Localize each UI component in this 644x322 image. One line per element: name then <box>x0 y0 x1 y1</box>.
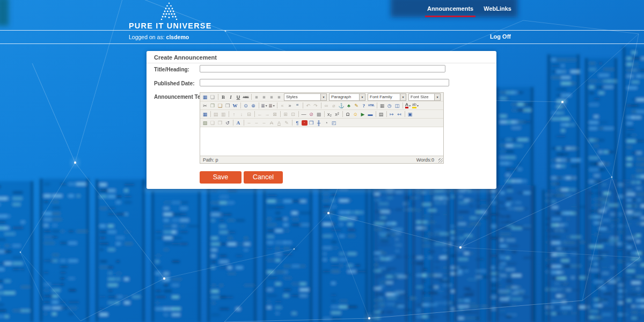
table-row-properties-icon[interactable]: ▤ <box>213 111 219 118</box>
page-break-icon[interactable]: ╫ <box>316 119 323 126</box>
print-icon[interactable]: ▤ <box>378 111 385 118</box>
paste-as-text-icon[interactable]: ❒ <box>224 102 231 109</box>
resize-handle[interactable] <box>438 158 443 163</box>
split-cells-icon[interactable]: ⊞ <box>282 111 289 118</box>
font-family-select[interactable]: Font Family▾ <box>368 93 406 101</box>
copy-icon[interactable]: ❐ <box>209 102 216 109</box>
attributes-icon[interactable]: ✎ <box>283 119 290 126</box>
style-properties-icon[interactable]: A <box>235 119 242 126</box>
merge-cells-icon[interactable]: ⊡ <box>290 111 297 118</box>
save-button[interactable]: Save <box>200 171 241 184</box>
emoticons-icon[interactable]: ☺ <box>352 111 359 118</box>
subscript-icon[interactable]: x₂ <box>326 111 333 118</box>
find-icon[interactable]: ⊙ <box>243 102 250 109</box>
right-to-left-icon[interactable]: ↤ <box>396 111 403 118</box>
strikethrough-icon[interactable]: ABC <box>243 93 250 100</box>
deletion-icon[interactable]: A <box>268 119 275 126</box>
align-center-icon[interactable]: ≡ <box>261 93 268 100</box>
font-size-select[interactable]: Font Size▾ <box>408 93 441 101</box>
restore-draft-icon[interactable]: ◔ <box>323 119 330 126</box>
toolbar-separator <box>240 103 241 108</box>
unlink-icon[interactable]: ⌀ <box>331 102 338 109</box>
nonbreaking-space-icon[interactable]: · <box>302 120 308 126</box>
panel-title: Create Announcement <box>147 51 496 63</box>
background-color-icon[interactable]: ab▾ <box>412 102 419 109</box>
save-icon[interactable]: ▦ <box>202 93 209 100</box>
anchor-icon[interactable]: ⚓ <box>338 102 345 109</box>
move-backward-icon[interactable]: ❐ <box>217 119 224 126</box>
document-preview-icon[interactable]: ◰ <box>331 119 338 126</box>
delete-column-icon[interactable]: ⊠ <box>272 111 279 118</box>
outdent-icon[interactable]: « <box>279 102 286 109</box>
styles-select[interactable]: Styles▾ <box>284 93 327 101</box>
text-color-icon[interactable]: A▾ <box>405 102 412 109</box>
delete-row-icon[interactable]: ⊟ <box>246 111 253 118</box>
indent-icon[interactable]: » <box>287 102 294 109</box>
insertion-icon[interactable]: A <box>276 119 283 126</box>
username: clsdemo <box>166 34 189 40</box>
nav-item-weblinks[interactable]: WebLinks <box>482 4 513 20</box>
paragraph-select[interactable]: Paragraph▾ <box>329 93 365 101</box>
remove-formatting-icon[interactable]: ⊘ <box>308 111 315 118</box>
chevron-down-icon: ▾ <box>417 104 419 107</box>
chevron-down-icon: ▾ <box>400 94 406 100</box>
move-forward-icon[interactable]: ❏ <box>209 119 216 126</box>
special-character-icon[interactable]: Ω <box>345 111 352 118</box>
link-icon[interactable]: ∞ <box>323 102 330 109</box>
insert-row-before-icon[interactable]: ↑ <box>231 111 238 118</box>
find-replace-icon[interactable]: ⊕ <box>250 102 257 109</box>
nav-item-announcements[interactable]: Announcements <box>426 4 474 20</box>
toolbar-separator <box>229 111 229 117</box>
visual-aid-icon[interactable]: ▩ <box>316 111 323 118</box>
paste-from-word-icon[interactable]: W <box>232 102 239 109</box>
redo-icon[interactable]: ↷ <box>312 102 319 109</box>
visual-characters-icon[interactable]: ¶ <box>294 119 301 126</box>
align-justify-icon[interactable]: ≡ <box>276 93 283 100</box>
cut-icon[interactable]: ✂ <box>202 102 209 109</box>
log-off-link[interactable]: Log Off <box>490 33 511 40</box>
insert-layer-icon[interactable]: ▧ <box>202 119 209 126</box>
help-icon[interactable]: ? <box>361 102 368 109</box>
cancel-button[interactable]: Cancel <box>244 171 283 184</box>
bullet-list-icon[interactable]: ≣▾ <box>261 102 268 109</box>
toolbar-separator <box>386 111 387 117</box>
insert-time-icon[interactable]: ◷ <box>386 102 393 109</box>
title-heading-input[interactable] <box>200 65 445 72</box>
advanced-hr-icon[interactable]: ▬ <box>367 111 374 118</box>
align-right-icon[interactable]: ≡ <box>268 93 275 100</box>
insert-row-after-icon[interactable]: ↓ <box>238 111 245 118</box>
insert-column-before-icon[interactable]: ← <box>257 111 264 118</box>
image-icon[interactable]: ♣ <box>346 102 353 109</box>
blockquote-icon[interactable]: ❝ <box>294 102 301 109</box>
html-icon[interactable]: HTML <box>368 102 375 109</box>
numbered-list-icon[interactable]: ≣▾ <box>268 102 275 109</box>
abbreviation-icon[interactable]: – <box>253 119 260 126</box>
align-left-icon[interactable]: ≡ <box>253 93 260 100</box>
template-icon[interactable]: ❒ <box>308 119 315 126</box>
editor-content-area[interactable] <box>200 127 443 156</box>
table-cell-properties-icon[interactable]: ▥ <box>220 111 227 118</box>
italic-icon[interactable]: I <box>228 93 235 100</box>
media-icon[interactable]: ▶ <box>360 111 367 118</box>
undo-icon[interactable]: ↶ <box>305 102 312 109</box>
fullscreen-icon[interactable]: ▣ <box>407 111 414 118</box>
underline-icon[interactable]: U <box>235 93 242 100</box>
paste-icon[interactable]: ❑ <box>217 102 224 109</box>
editor-status-bar: Path: p Words:0 <box>200 156 443 163</box>
absolute-position-icon[interactable]: ↺ <box>224 119 231 126</box>
table-icon[interactable]: ▦ <box>202 111 209 118</box>
horizontal-rule-icon[interactable]: — <box>301 111 308 118</box>
superscript-icon[interactable]: x² <box>334 111 341 118</box>
new-document-icon[interactable]: ❏ <box>209 93 216 100</box>
published-date-input[interactable] <box>200 79 449 86</box>
bold-icon[interactable]: B <box>220 93 227 100</box>
acronym-icon[interactable]: – <box>261 119 268 126</box>
preview-icon[interactable]: ◫ <box>394 102 401 109</box>
left-to-right-icon[interactable]: ↦ <box>389 111 396 118</box>
toolbar-separator <box>233 120 233 126</box>
citation-icon[interactable]: – <box>246 119 253 126</box>
insert-date-icon[interactable]: ▦ <box>379 102 386 109</box>
cleanup-icon[interactable]: ✎ <box>353 102 360 109</box>
insert-column-after-icon[interactable]: → <box>264 111 271 118</box>
toolbar-separator <box>402 103 403 108</box>
